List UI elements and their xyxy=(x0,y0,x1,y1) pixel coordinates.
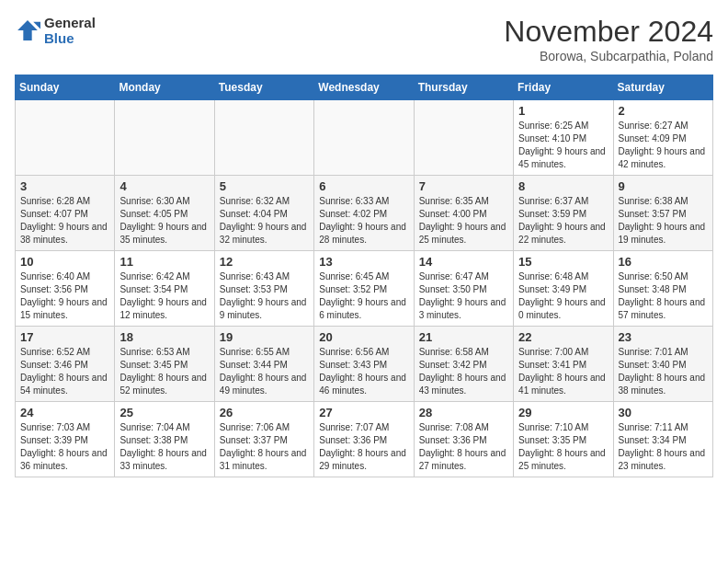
day-cell: 3Sunrise: 6:28 AM Sunset: 4:07 PM Daylig… xyxy=(16,176,115,251)
day-info: Sunrise: 6:37 AM Sunset: 3:59 PM Dayligh… xyxy=(518,195,608,247)
day-cell: 5Sunrise: 6:32 AM Sunset: 4:04 PM Daylig… xyxy=(214,176,313,251)
day-number: 26 xyxy=(220,406,309,419)
day-cell: 9Sunrise: 6:38 AM Sunset: 3:57 PM Daylig… xyxy=(613,176,712,251)
day-number: 27 xyxy=(319,406,408,419)
day-cell: 4Sunrise: 6:30 AM Sunset: 4:05 PM Daylig… xyxy=(115,176,214,251)
col-header-sunday: Sunday xyxy=(16,75,115,100)
col-header-monday: Monday xyxy=(115,75,214,100)
day-cell: 11Sunrise: 6:42 AM Sunset: 3:54 PM Dayli… xyxy=(115,251,214,327)
day-number: 29 xyxy=(518,406,608,419)
day-cell: 18Sunrise: 6:53 AM Sunset: 3:45 PM Dayli… xyxy=(115,327,214,402)
day-info: Sunrise: 6:45 AM Sunset: 3:52 PM Dayligh… xyxy=(319,270,408,322)
day-info: Sunrise: 6:33 AM Sunset: 4:02 PM Dayligh… xyxy=(319,195,408,247)
day-cell: 10Sunrise: 6:40 AM Sunset: 3:56 PM Dayli… xyxy=(16,251,115,327)
day-number: 25 xyxy=(119,406,209,419)
day-cell: 17Sunrise: 6:52 AM Sunset: 3:46 PM Dayli… xyxy=(16,327,115,402)
month-title: November 2024 xyxy=(504,15,713,49)
week-row-5: 24Sunrise: 7:03 AM Sunset: 3:39 PM Dayli… xyxy=(16,402,713,477)
day-info: Sunrise: 7:08 AM Sunset: 3:36 PM Dayligh… xyxy=(419,421,508,473)
header-row: SundayMondayTuesdayWednesdayThursdayFrid… xyxy=(16,75,713,100)
day-cell: 26Sunrise: 7:06 AM Sunset: 3:37 PM Dayli… xyxy=(214,402,313,477)
day-info: Sunrise: 6:35 AM Sunset: 4:00 PM Dayligh… xyxy=(419,195,508,247)
day-cell: 2Sunrise: 6:27 AM Sunset: 4:09 PM Daylig… xyxy=(613,100,712,176)
day-number: 7 xyxy=(419,179,508,193)
day-info: Sunrise: 6:40 AM Sunset: 3:56 PM Dayligh… xyxy=(20,270,109,322)
col-header-tuesday: Tuesday xyxy=(214,75,313,100)
col-header-friday: Friday xyxy=(514,75,613,100)
day-cell xyxy=(314,100,414,176)
day-number: 10 xyxy=(20,255,109,269)
day-number: 5 xyxy=(220,179,309,193)
day-info: Sunrise: 6:32 AM Sunset: 4:04 PM Dayligh… xyxy=(220,195,309,247)
day-cell: 7Sunrise: 6:35 AM Sunset: 4:00 PM Daylig… xyxy=(414,176,513,251)
day-cell: 16Sunrise: 6:50 AM Sunset: 3:48 PM Dayli… xyxy=(613,251,712,327)
col-header-thursday: Thursday xyxy=(414,75,513,100)
day-info: Sunrise: 6:30 AM Sunset: 4:05 PM Dayligh… xyxy=(119,195,209,247)
day-number: 4 xyxy=(119,179,209,193)
day-cell: 25Sunrise: 7:04 AM Sunset: 3:38 PM Dayli… xyxy=(115,402,214,477)
day-cell: 22Sunrise: 7:00 AM Sunset: 3:41 PM Dayli… xyxy=(514,327,613,402)
day-cell: 13Sunrise: 6:45 AM Sunset: 3:52 PM Dayli… xyxy=(314,251,414,327)
week-row-2: 3Sunrise: 6:28 AM Sunset: 4:07 PM Daylig… xyxy=(16,176,713,251)
day-number: 30 xyxy=(619,406,708,419)
day-cell: 20Sunrise: 6:56 AM Sunset: 3:43 PM Dayli… xyxy=(314,327,414,402)
day-number: 12 xyxy=(220,255,309,269)
week-row-3: 10Sunrise: 6:40 AM Sunset: 3:56 PM Dayli… xyxy=(16,251,713,327)
week-row-4: 17Sunrise: 6:52 AM Sunset: 3:46 PM Dayli… xyxy=(16,327,713,402)
day-info: Sunrise: 7:03 AM Sunset: 3:39 PM Dayligh… xyxy=(20,421,109,473)
day-number: 14 xyxy=(419,255,508,269)
day-info: Sunrise: 6:53 AM Sunset: 3:45 PM Dayligh… xyxy=(119,346,209,397)
calendar-table: SundayMondayTuesdayWednesdayThursdayFrid… xyxy=(15,75,713,477)
day-cell: 8Sunrise: 6:37 AM Sunset: 3:59 PM Daylig… xyxy=(514,176,613,251)
day-cell: 21Sunrise: 6:58 AM Sunset: 3:42 PM Dayli… xyxy=(414,327,513,402)
day-cell xyxy=(16,100,115,176)
day-number: 2 xyxy=(619,104,708,118)
logo: General Blue xyxy=(15,15,96,46)
day-info: Sunrise: 7:04 AM Sunset: 3:38 PM Dayligh… xyxy=(119,421,209,473)
day-info: Sunrise: 6:52 AM Sunset: 3:46 PM Dayligh… xyxy=(20,346,109,397)
day-info: Sunrise: 6:47 AM Sunset: 3:50 PM Dayligh… xyxy=(419,270,508,322)
title-area: November 2024 Borowa, Subcarpathia, Pola… xyxy=(504,15,713,63)
day-number: 20 xyxy=(319,330,408,344)
day-number: 18 xyxy=(119,330,209,344)
day-number: 9 xyxy=(619,179,708,193)
day-cell: 24Sunrise: 7:03 AM Sunset: 3:39 PM Dayli… xyxy=(16,402,115,477)
logo-icon xyxy=(15,17,40,43)
day-info: Sunrise: 7:07 AM Sunset: 3:36 PM Dayligh… xyxy=(319,421,408,473)
day-cell xyxy=(115,100,214,176)
header: General Blue November 2024 Borowa, Subca… xyxy=(15,15,713,63)
day-number: 8 xyxy=(518,179,608,193)
day-info: Sunrise: 6:50 AM Sunset: 3:48 PM Dayligh… xyxy=(619,270,708,322)
day-cell: 19Sunrise: 6:55 AM Sunset: 3:44 PM Dayli… xyxy=(214,327,313,402)
day-number: 13 xyxy=(319,255,408,269)
day-cell: 1Sunrise: 6:25 AM Sunset: 4:10 PM Daylig… xyxy=(514,100,613,176)
day-cell xyxy=(414,100,513,176)
subtitle: Borowa, Subcarpathia, Poland xyxy=(504,49,713,63)
day-cell: 14Sunrise: 6:47 AM Sunset: 3:50 PM Dayli… xyxy=(414,251,513,327)
day-number: 3 xyxy=(20,179,109,193)
day-number: 23 xyxy=(619,330,708,344)
day-info: Sunrise: 6:48 AM Sunset: 3:49 PM Dayligh… xyxy=(518,270,608,322)
day-cell: 15Sunrise: 6:48 AM Sunset: 3:49 PM Dayli… xyxy=(514,251,613,327)
day-number: 28 xyxy=(419,406,508,419)
col-header-saturday: Saturday xyxy=(613,75,712,100)
day-info: Sunrise: 6:38 AM Sunset: 3:57 PM Dayligh… xyxy=(619,195,708,247)
day-number: 15 xyxy=(518,255,608,269)
day-cell: 27Sunrise: 7:07 AM Sunset: 3:36 PM Dayli… xyxy=(314,402,414,477)
day-info: Sunrise: 7:06 AM Sunset: 3:37 PM Dayligh… xyxy=(220,421,309,473)
day-info: Sunrise: 6:56 AM Sunset: 3:43 PM Dayligh… xyxy=(319,346,408,397)
day-info: Sunrise: 6:42 AM Sunset: 3:54 PM Dayligh… xyxy=(119,270,209,322)
day-cell xyxy=(214,100,313,176)
day-info: Sunrise: 6:55 AM Sunset: 3:44 PM Dayligh… xyxy=(220,346,309,397)
day-info: Sunrise: 7:01 AM Sunset: 3:40 PM Dayligh… xyxy=(619,346,708,397)
day-number: 11 xyxy=(119,255,209,269)
day-info: Sunrise: 6:25 AM Sunset: 4:10 PM Dayligh… xyxy=(518,120,608,171)
day-info: Sunrise: 7:00 AM Sunset: 3:41 PM Dayligh… xyxy=(518,346,608,397)
logo-text: General Blue xyxy=(44,15,96,46)
day-number: 19 xyxy=(220,330,309,344)
day-cell: 12Sunrise: 6:43 AM Sunset: 3:53 PM Dayli… xyxy=(214,251,313,327)
day-info: Sunrise: 6:28 AM Sunset: 4:07 PM Dayligh… xyxy=(20,195,109,247)
day-number: 16 xyxy=(619,255,708,269)
day-cell: 6Sunrise: 6:33 AM Sunset: 4:02 PM Daylig… xyxy=(314,176,414,251)
day-number: 17 xyxy=(20,330,109,344)
